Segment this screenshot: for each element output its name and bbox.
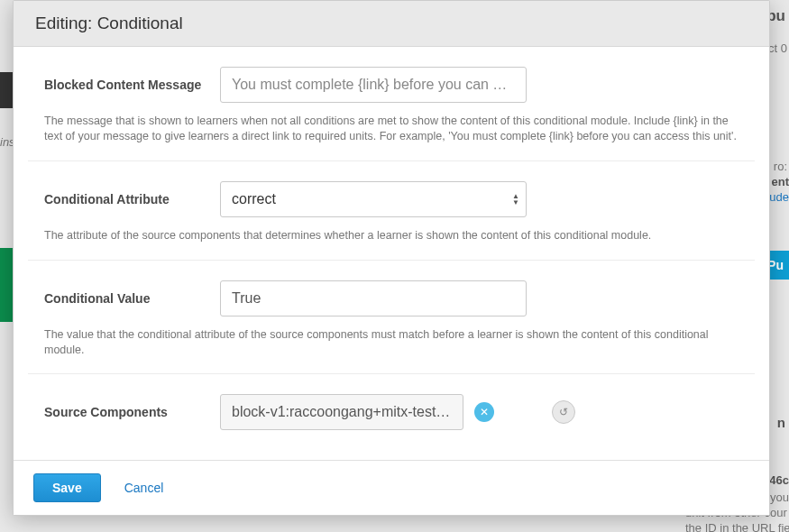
field-label: Blocked Content Message	[44, 78, 220, 92]
cancel-button[interactable]: Cancel	[124, 481, 164, 495]
field-blocked-content-message: Blocked Content Message The message that…	[28, 47, 755, 161]
conditional-value-input[interactable]	[220, 280, 527, 316]
bg-text: ct 0	[768, 41, 787, 55]
undo-icon[interactable]: ↺	[552, 400, 575, 424]
bg-text: ent	[772, 175, 790, 188]
bg-text: you	[770, 491, 789, 504]
conditional-attribute-select[interactable]: correct	[220, 181, 527, 217]
field-help: The value that the conditional attribute…	[44, 327, 739, 358]
field-help: The message that is shown to learners wh…	[44, 114, 739, 144]
source-component-item[interactable]: block-v1:raccoongang+mitx-test…	[220, 394, 463, 430]
field-conditional-attribute: Conditional Attribute correct ▲▼ The att…	[28, 161, 755, 261]
bg-dark-strip	[0, 72, 13, 108]
field-label: Conditional Attribute	[44, 192, 220, 206]
blocked-content-input[interactable]	[220, 67, 527, 103]
remove-icon[interactable]: ✕	[474, 402, 494, 422]
field-label: Source Components	[44, 405, 220, 419]
bg-text: 46c	[769, 473, 789, 487]
save-button[interactable]: Save	[33, 473, 101, 502]
editor-modal: Editing: Conditional Blocked Content Mes…	[13, 0, 770, 516]
bg-text: ro:	[774, 160, 787, 173]
bg-green-strip	[0, 248, 13, 322]
field-conditional-value: Conditional Value The value that the con…	[28, 261, 755, 375]
modal-body: Blocked Content Message The message that…	[14, 47, 769, 460]
field-label: Conditional Value	[44, 291, 220, 306]
bg-text: ude	[769, 190, 789, 204]
modal-footer: Save Cancel	[14, 460, 769, 515]
modal-title: Editing: Conditional	[14, 1, 769, 47]
field-help: The attribute of the source components t…	[44, 228, 739, 243]
bg-text: n	[777, 415, 785, 430]
bg-text: the ID in the URL fiel	[685, 521, 789, 532]
field-source-components: Source Components block-v1:raccoongang+m…	[28, 374, 755, 446]
